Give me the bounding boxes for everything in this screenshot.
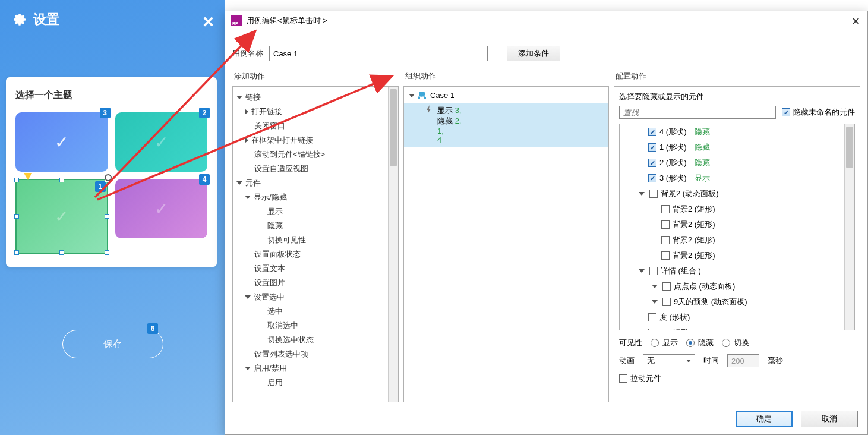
dialog-close-button[interactable]: ✕ [851,15,860,28]
widget-row[interactable]: 4 (形状) 隐藏 [620,124,854,140]
tree-item[interactable]: 隐藏 [233,219,398,233]
theme-tile-purple[interactable]: ✓ 4 [115,179,208,238]
sel-handle[interactable] [14,214,19,219]
animation-select[interactable]: 无 [643,354,695,367]
expand-icon[interactable] [245,295,251,299]
cfg-search-input[interactable] [619,106,776,119]
tree-item[interactable]: 设置选中 [233,290,398,304]
expand-icon[interactable] [236,181,242,185]
expand-icon[interactable] [639,192,645,196]
widget-row[interactable]: 背景2 (矩形) [620,217,854,232]
expand-icon[interactable] [245,137,248,143]
checkbox-icon[interactable] [649,267,658,275]
cancel-button[interactable]: 取消 [801,411,858,427]
scrollbar[interactable] [388,87,398,402]
tree-item[interactable]: 链接 [233,90,398,105]
expand-icon[interactable] [409,94,415,97]
tree-item[interactable]: 滚动到元件<锚链接> [233,147,398,162]
org-action-row[interactable]: 显示 3, 隐藏 2, 1, 4 [404,103,608,147]
widget-row[interactable]: 详情 (组合 ) [620,263,854,279]
widget-label: 背景2 (矩形) [673,235,715,245]
widget-state: 隐藏 [695,157,710,168]
theme-tile-teal[interactable]: ✓ 2 [115,112,208,172]
tree-item[interactable]: 选中 [233,304,398,319]
drag-widgets-checkbox[interactable]: 拉动元件 [619,373,661,384]
tree-item[interactable]: 显示/隐藏 [233,190,398,204]
widget-row[interactable]: 背景2 (矩形) [620,248,854,263]
checkbox-icon[interactable] [661,236,670,244]
expand-icon[interactable] [245,196,251,199]
checkbox-icon[interactable] [662,282,671,291]
tree-item[interactable]: 打开链接 [233,105,398,119]
widget-row[interactable]: 3 (形状) 显示 [620,171,854,186]
checkbox-icon[interactable] [648,313,656,321]
settings-close-button[interactable]: × [203,11,214,33]
checkbox-icon [782,108,790,116]
tree-item[interactable]: 切换可见性 [233,233,398,247]
widget-row[interactable]: 9天的预测 (动态面板) [620,294,854,310]
tree-item[interactable]: 关闭窗口 [233,119,398,133]
widget-row[interactable]: 背景2 (矩形) [620,201,854,217]
tree-item[interactable]: 启用 [233,376,398,390]
save-button[interactable]: 保存 6 [62,330,163,358]
checkbox-icon[interactable] [648,174,656,182]
vis-toggle-radio[interactable]: 切换 [722,338,749,348]
widget-row[interactable]: 1 (形状) 隐藏 [620,140,854,155]
tree-item[interactable]: 设置文本 [233,261,398,276]
checkbox-icon[interactable] [648,128,656,136]
checkbox-icon[interactable] [661,205,670,213]
expand-icon[interactable] [652,285,658,288]
tree-item[interactable]: 在框架中打开链接 [233,133,398,147]
case-name-input[interactable] [269,46,488,61]
scrollbar[interactable] [844,124,854,330]
org-case-row[interactable]: Case 1 [404,89,608,102]
sel-handle[interactable] [105,250,109,255]
tile-badge-3: 3 [100,108,111,118]
sel-rotate-handle[interactable] [105,174,112,181]
time-input[interactable] [727,354,759,367]
tree-item[interactable]: 设置自适应视图 [233,162,398,176]
sel-handle[interactable] [14,178,19,182]
tree-item[interactable]: 设置列表选中项 [233,347,398,361]
vis-show-radio[interactable]: 显示 [651,338,678,348]
hide-unnamed-checkbox[interactable]: 隐藏未命名的元件 [782,107,855,118]
vis-hide-radio[interactable]: 隐藏 [686,338,714,348]
widget-row[interactable]: 背景2 (矩形) [620,232,854,248]
sel-handle[interactable] [105,214,109,219]
theme-tile-blue[interactable]: ✓ 3 [15,112,108,172]
widget-row[interactable]: 背景2 (动态面板) [620,186,854,201]
expand-icon[interactable] [245,109,248,115]
sel-handle[interactable] [59,250,64,255]
widget-row[interactable]: 2 (形状) 隐藏 [620,155,854,171]
checkbox-icon[interactable] [648,159,656,167]
checkbox-icon[interactable] [648,143,656,152]
tree-item[interactable]: 设置图片 [233,276,398,290]
tree-item[interactable]: 取消选中 [233,319,398,333]
ok-button[interactable]: 确定 [736,411,793,427]
dialog-title: 用例编辑<鼠标单击时 > [247,15,327,26]
checkbox-icon[interactable] [648,329,656,330]
checkbox-icon[interactable] [662,298,671,306]
widget-row[interactable]: 点点点 (动态面板) [620,279,854,294]
tree-item[interactable]: 设置面板状态 [233,247,398,261]
tree-item[interactable]: 显示 [233,204,398,219]
dialog-title-bar[interactable]: 用例编辑<鼠标单击时 > ✕ [225,11,867,30]
tree-item[interactable]: 元件 [233,176,398,190]
expand-icon[interactable] [639,269,645,273]
expand-icon[interactable] [652,300,658,304]
tree-item[interactable]: 切换选中状态 [233,333,398,347]
checkbox-icon[interactable] [649,190,658,198]
checkbox-icon[interactable] [661,251,670,260]
checkbox-icon[interactable] [661,220,670,229]
tree-item[interactable]: 启用/禁用 [233,361,398,376]
actions-tree[interactable]: 链接打开链接关闭窗口在框架中打开链接滚动到元件<锚链接>设置自适应视图元件显示/… [233,87,398,402]
expand-icon[interactable] [245,367,251,370]
expand-icon[interactable] [236,96,242,99]
sel-handle[interactable] [14,250,19,255]
widget-list[interactable]: 4 (形状) 隐藏1 (形状) 隐藏2 (形状) 隐藏3 (形状) 显示背景2 … [619,124,855,330]
widget-row[interactable]: 28 (矩形) [620,325,854,330]
widget-row[interactable]: 度 (形状) [620,310,854,325]
add-condition-button[interactable]: 添加条件 [507,46,560,61]
sel-handle[interactable] [59,178,64,182]
theme-tile-green-selected[interactable]: ✓ 1 [15,179,108,254]
